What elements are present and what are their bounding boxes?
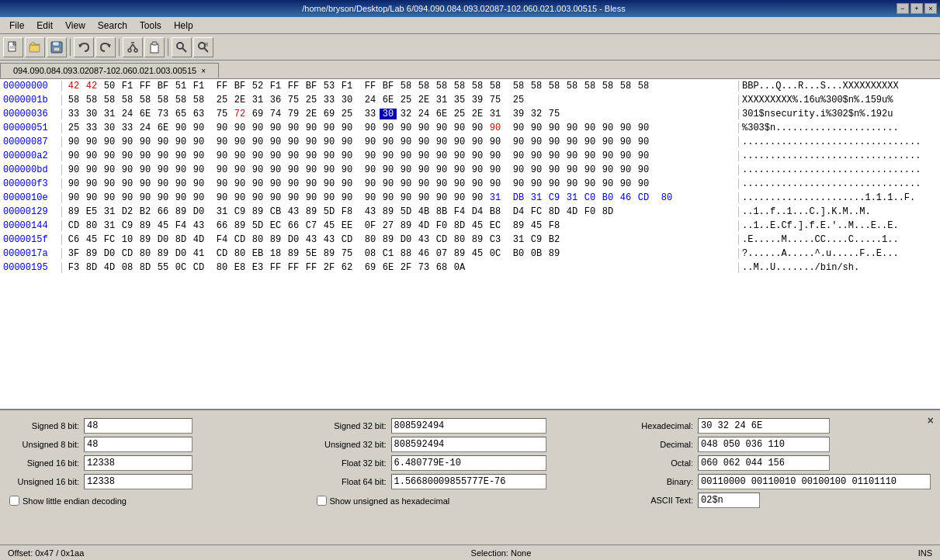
hex-byte[interactable]: 90 <box>362 178 379 189</box>
hex-byte[interactable]: 0F <box>362 220 379 231</box>
hex-byte[interactable]: 80 <box>213 262 231 273</box>
maximize-button[interactable]: + <box>911 3 923 14</box>
menu-help[interactable]: Help <box>168 19 199 33</box>
hex-byte[interactable]: 90 <box>469 178 486 189</box>
hex-byte[interactable]: 58 <box>415 81 432 92</box>
hex-byte[interactable]: 90 <box>451 137 468 147</box>
hex-byte[interactable]: 89 <box>546 248 563 259</box>
hex-byte[interactable]: 25 <box>397 95 415 105</box>
hex-byte[interactable]: 43 <box>321 234 338 245</box>
hex-byte[interactable]: EC <box>267 220 284 231</box>
hex-byte[interactable]: 90 <box>249 123 266 133</box>
hex-byte[interactable]: 65 <box>172 109 189 119</box>
hex-byte[interactable]: 90 <box>380 178 397 189</box>
hex-byte[interactable]: 58 <box>397 81 415 92</box>
hex-byte[interactable]: 90 <box>397 137 415 147</box>
hex-byte[interactable]: 90 <box>564 123 581 133</box>
hex-byte[interactable]: 5D <box>321 206 338 217</box>
hex-byte[interactable]: 90 <box>338 123 356 133</box>
hex-byte[interactable]: 42 <box>65 81 82 92</box>
hex-byte[interactable]: 90 <box>433 164 450 175</box>
hex-byte[interactable]: 90 <box>83 164 100 175</box>
hex-byte[interactable]: 45 <box>528 220 545 231</box>
hex-byte[interactable]: 89 <box>380 206 397 217</box>
hex-byte[interactable]: 90 <box>154 164 172 175</box>
hex-byte[interactable]: 90 <box>546 164 563 175</box>
hex-byte[interactable]: 31 <box>433 95 450 105</box>
hex-byte[interactable]: 90 <box>154 137 172 147</box>
hex-byte[interactable]: 90 <box>487 123 504 133</box>
hex-byte[interactable]: 90 <box>137 150 154 161</box>
hex-byte[interactable]: 90 <box>617 150 634 161</box>
hex-byte[interactable]: 33 <box>362 109 379 119</box>
hex-byte[interactable]: 58 <box>510 81 527 92</box>
hex-byte[interactable]: 43 <box>303 234 320 245</box>
hex-byte[interactable]: 4B <box>415 206 432 217</box>
hex-byte[interactable]: 90 <box>599 123 616 133</box>
hex-byte[interactable]: 4D <box>101 262 118 273</box>
hex-byte[interactable]: F1 <box>267 81 284 92</box>
hex-byte[interactable]: 89 <box>510 220 527 231</box>
hex-byte[interactable]: 90 <box>267 164 284 175</box>
hex-byte[interactable]: 90 <box>83 192 100 203</box>
unsigned16bit-input[interactable] <box>84 474 193 489</box>
hex-bytes[interactable]: 9090909090909090909090909090909090909090… <box>62 178 738 189</box>
hex-byte[interactable]: 10 <box>119 234 136 245</box>
hex-byte[interactable]: 55 <box>154 262 172 273</box>
hex-byte[interactable]: F1 <box>338 81 356 92</box>
hex-byte[interactable]: 90 <box>249 150 266 161</box>
hex-byte[interactable]: 90 <box>249 192 266 203</box>
hex-byte[interactable]: 27 <box>380 220 397 231</box>
hex-byte[interactable]: B8 <box>487 206 504 217</box>
hex-byte[interactable]: CB <box>267 206 284 217</box>
hex-byte[interactable]: 90 <box>546 178 563 189</box>
table-row[interactable]: 000000a290909090909090909090909090909090… <box>0 149 940 163</box>
hex-byte[interactable]: 90 <box>380 150 397 161</box>
float32bit-input[interactable] <box>391 455 546 471</box>
hex-byte[interactable]: 45 <box>154 220 172 231</box>
hex-byte[interactable]: 25 <box>338 109 356 119</box>
hex-byte[interactable]: 90 <box>415 123 432 133</box>
hex-byte[interactable]: D0 <box>154 234 172 245</box>
hex-byte[interactable]: 2F <box>397 262 415 273</box>
hex-byte[interactable]: C3 <box>487 234 504 245</box>
hex-byte[interactable]: 89 <box>137 220 154 231</box>
table-row[interactable]: 000000f390909090909090909090909090909090… <box>0 177 940 191</box>
hex-byte[interactable]: 90 <box>380 137 397 147</box>
hex-byte[interactable]: F4 <box>451 206 468 217</box>
hex-byte[interactable]: CD <box>65 220 82 231</box>
hex-byte[interactable]: 58 <box>564 81 581 92</box>
hex-byte[interactable]: 74 <box>267 109 284 119</box>
hex-byte[interactable]: F1 <box>119 81 136 92</box>
hex-byte[interactable]: 58 <box>172 95 189 105</box>
hex-byte[interactable]: 90 <box>528 164 545 175</box>
little-endian-checkbox[interactable] <box>9 496 19 506</box>
hex-byte[interactable]: D2 <box>119 206 136 217</box>
hex-byte[interactable]: 89 <box>451 248 468 259</box>
hex-byte[interactable]: 43 <box>415 234 432 245</box>
hex-byte[interactable]: 90 <box>267 150 284 161</box>
hex-byte[interactable]: 90 <box>190 150 207 161</box>
hex-byte[interactable]: FF <box>303 262 320 273</box>
hex-byte[interactable]: 90 <box>119 164 136 175</box>
hex-byte[interactable]: 25 <box>451 109 468 119</box>
hex-byte[interactable]: 90 <box>617 164 634 175</box>
hex-byte[interactable]: 90 <box>415 137 432 147</box>
hex-byte[interactable]: 90 <box>581 164 598 175</box>
hex-byte[interactable]: 89 <box>397 220 415 231</box>
hex-byte[interactable]: 89 <box>172 206 189 217</box>
hex-byte[interactable]: FC <box>101 234 118 245</box>
hex-byte[interactable]: 90 <box>397 150 415 161</box>
hex-byte[interactable]: 31 <box>249 95 266 105</box>
hex-byte[interactable]: 90 <box>510 150 527 161</box>
hex-byte[interactable]: C9 <box>528 234 545 245</box>
hex-byte[interactable]: 90 <box>415 192 432 203</box>
undo-button[interactable] <box>74 37 94 57</box>
hex-byte[interactable]: 90 <box>190 164 207 175</box>
octal-input[interactable] <box>698 455 830 471</box>
hex-byte[interactable]: 90 <box>487 137 504 147</box>
hex-byte[interactable]: 30 <box>380 109 397 119</box>
hex-byte[interactable]: D4 <box>469 206 486 217</box>
hex-byte[interactable]: CD <box>635 192 652 203</box>
hex-byte[interactable]: 6E <box>137 109 154 119</box>
